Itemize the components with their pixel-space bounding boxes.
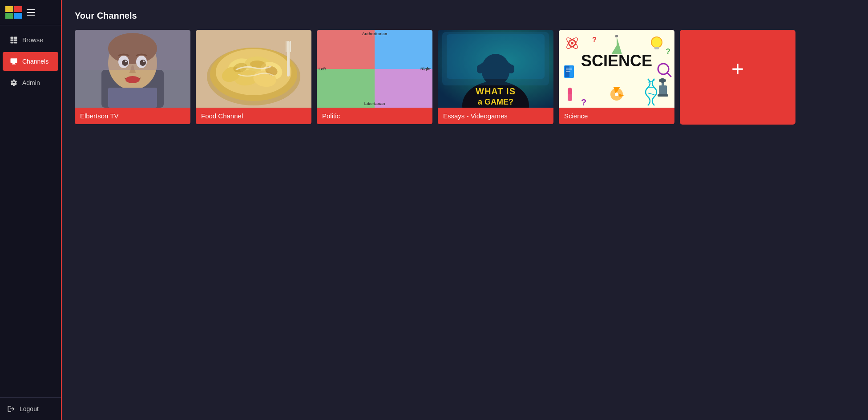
compass-label-bottom: Libertarian [364,101,385,106]
svg-rect-56 [615,35,618,37]
svg-rect-1 [14,37,17,39]
svg-rect-58 [654,47,659,49]
svg-text:WHAT IS: WHAT IS [476,86,516,96]
svg-rect-2 [11,40,14,42]
channel-label-science: Science [559,108,674,124]
channel-thumbnail-food [196,30,311,108]
svg-point-57 [651,37,662,48]
app-logo [5,6,22,19]
svg-point-55 [571,42,573,44]
svg-rect-22 [108,88,157,108]
svg-rect-40 [290,41,291,52]
sidebar-footer: Logout [0,397,61,420]
science-thumbnail-art: SCIENCE [559,30,674,108]
svg-point-21 [125,76,140,83]
svg-rect-47 [447,34,545,79]
channels-label: Channels [22,58,48,65]
logout-icon [7,405,15,413]
svg-rect-6 [11,58,17,63]
svg-rect-61 [566,68,572,69]
channel-thumbnail-science: SCIENCE [559,30,674,108]
channel-thumbnail-elbertson [75,30,190,108]
channel-card-add-new[interactable]: + [680,30,795,125]
svg-point-73 [615,93,618,96]
sidebar-header [0,0,61,25]
svg-text:SCIENCE: SCIENCE [581,52,652,70]
compass-label-left: Left [319,67,326,71]
add-channel-icon: + [731,58,744,80]
logout-button[interactable]: Logout [7,405,54,413]
channel-label-elbertson-tv: Elbertson TV [75,108,190,124]
svg-point-71 [659,78,666,83]
svg-rect-67 [568,94,572,101]
admin-label: Admin [22,79,40,86]
channels-grid: Elbertson TV [75,30,856,125]
elbertson-thumbnail-art [75,30,190,108]
svg-rect-8 [12,64,16,65]
sidebar-item-channels[interactable]: Channels [3,52,58,71]
compass-label-right: Right [420,67,431,71]
svg-text:?: ? [581,97,586,107]
add-channel-thumbnail: + [680,30,795,108]
admin-icon [10,79,18,87]
svg-text:?: ? [666,47,670,56]
channels-icon [10,57,18,65]
svg-rect-7 [12,63,15,64]
nav-items: Browse Channels Admin [0,25,61,397]
sidebar: Browse Channels Admin Logout [0,0,62,420]
channel-thumbnail-politic: Authoritarian Libertarian Left Right [317,30,432,108]
channel-label-essays: Essays - Videogames [438,108,553,124]
svg-rect-69 [658,94,668,97]
channel-thumbnail-essays: WHAT IS a GAME? [438,30,553,108]
channel-card-essays[interactable]: WHAT IS a GAME? Essays - Videogames [438,30,553,125]
compass-label-top: Authoritarian [362,32,388,36]
svg-rect-23 [75,30,190,70]
svg-rect-3 [14,40,17,42]
sidebar-item-admin[interactable]: Admin [3,73,58,92]
svg-text:a GAME?: a GAME? [478,97,513,106]
channel-card-food[interactable]: Food Channel [196,30,311,125]
logout-label: Logout [20,405,39,412]
browse-label: Browse [22,36,43,44]
hamburger-menu-button[interactable] [27,9,35,16]
channel-label-add [680,108,795,125]
browse-icon [10,36,18,44]
svg-rect-5 [14,42,17,44]
main-content: Your Channels [62,0,868,420]
svg-rect-62 [566,69,572,70]
svg-rect-39 [288,41,289,52]
channel-label-politic: Politic [317,108,432,124]
svg-rect-38 [286,41,287,52]
essays-thumbnail-art: WHAT IS a GAME? [438,30,553,108]
channel-card-elbertson-tv[interactable]: Elbertson TV [75,30,190,125]
channel-label-food: Food Channel [196,108,311,124]
food-thumbnail-art [196,30,311,108]
svg-rect-4 [11,42,14,44]
svg-text:?: ? [592,36,597,44]
channel-card-politic[interactable]: Authoritarian Libertarian Left Right Pol… [317,30,432,125]
svg-rect-0 [11,37,14,39]
channel-card-science[interactable]: SCIENCE [559,30,674,125]
sidebar-item-browse[interactable]: Browse [3,31,58,49]
svg-rect-63 [566,71,570,72]
page-title: Your Channels [75,11,856,21]
